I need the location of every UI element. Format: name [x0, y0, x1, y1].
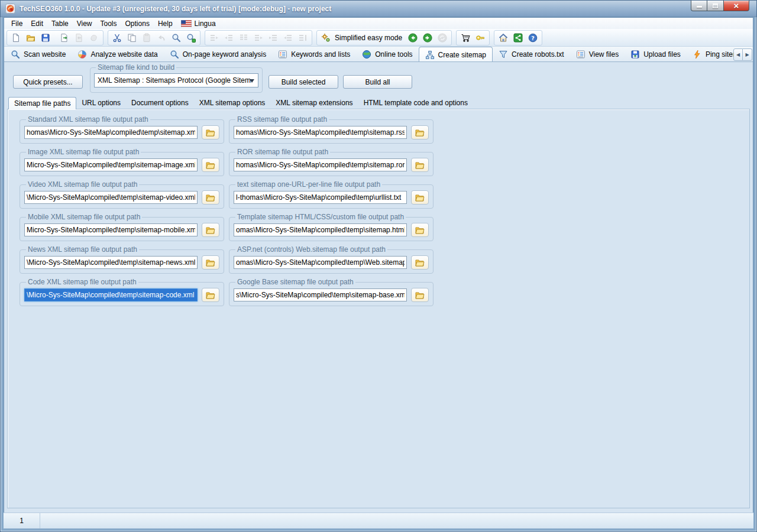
share-button[interactable]	[511, 31, 525, 44]
news-xml-path-input[interactable]	[24, 256, 198, 269]
open-project-button[interactable]	[24, 31, 38, 44]
window-controls: ×	[691, 1, 749, 11]
text-sitemap-path-input[interactable]	[234, 191, 407, 204]
register-button[interactable]	[473, 31, 487, 44]
export-button[interactable]	[57, 31, 72, 44]
rss-path-input[interactable]	[234, 126, 407, 139]
quick-presets-button[interactable]: Quick presets...	[13, 75, 83, 89]
back-button[interactable]	[406, 31, 420, 44]
sitemap-kind-select[interactable]: XML Sitemap : Sitemaps Protocol (Google …	[94, 73, 258, 87]
tab-online-tools[interactable]: Online tools	[356, 47, 418, 61]
help-button[interactable]: ?	[526, 31, 540, 44]
tab-on-page-keyword-analysis[interactable]: On-page keyword analysis	[164, 47, 272, 61]
find-options-button[interactable]	[184, 31, 198, 44]
clipboard-icon	[142, 33, 151, 43]
close-button[interactable]: ×	[723, 1, 749, 11]
restore-button[interactable]	[707, 1, 723, 11]
language-flag-icon	[181, 20, 192, 27]
browse-ror-button[interactable]	[411, 158, 429, 172]
sitemap-kind-label: Sitemap file kind to build	[96, 63, 176, 72]
delete-row-icon	[224, 33, 234, 43]
menu-item-lingua[interactable]: Lingua	[177, 18, 220, 29]
tab-scroll-right-button[interactable]: ▶	[743, 48, 752, 61]
browse-standard-xml-button[interactable]	[202, 125, 219, 140]
tab-generate[interactable]: Genera	[752, 47, 753, 61]
tab-upload-files[interactable]: Upload files	[625, 47, 687, 61]
browse-video-xml-button[interactable]	[202, 190, 219, 205]
toolbar-group-links: ?	[494, 30, 542, 46]
refresh-button	[435, 31, 449, 44]
google-base-path-input[interactable]	[234, 288, 407, 301]
tab-scroll-left-button[interactable]: ◀	[733, 48, 743, 61]
subtab-xml-sitemap-options[interactable]: XML sitemap options	[194, 97, 271, 109]
image-xml-path-input[interactable]	[24, 158, 198, 171]
find-button[interactable]	[169, 31, 183, 44]
row-end-icon	[298, 33, 308, 43]
video-xml-path-input[interactable]	[24, 191, 198, 204]
status-row-number: 1	[4, 513, 40, 528]
menu-item-table[interactable]: Table	[47, 18, 73, 29]
menu-item-edit[interactable]: Edit	[27, 18, 47, 29]
convert-icon	[89, 33, 99, 43]
save-project-button[interactable]	[38, 31, 53, 44]
new-project-button[interactable]	[9, 31, 23, 44]
browse-google-base-button[interactable]	[411, 288, 429, 302]
build-selected-button[interactable]: Build selected	[268, 75, 338, 89]
template-sitemap-path-input[interactable]	[234, 223, 407, 236]
toolbar-group-purchase	[456, 30, 490, 46]
browse-template-sitemap-button[interactable]	[411, 223, 429, 237]
aspnet-sitemap-path-input[interactable]	[234, 256, 407, 269]
easy-mode-label[interactable]: Simplified easy mode	[334, 34, 405, 42]
subtab-url-options[interactable]: URL options	[76, 97, 126, 109]
video-xml-path-field: Video XML sitemap file output path	[20, 180, 224, 209]
magnifier-icon	[11, 50, 20, 59]
minimize-button[interactable]	[691, 1, 707, 11]
standard-xml-path-input[interactable]	[24, 126, 198, 139]
tab-view-files[interactable]: View files	[570, 47, 625, 61]
sitemap-kind-value: XML Sitemap : Sitemaps Protocol (Google …	[98, 76, 251, 85]
subtab-xml-sitemap-extensions[interactable]: XML sitemap extensions	[270, 97, 358, 109]
toolbar-group-rows	[205, 30, 312, 46]
browse-rss-button[interactable]	[411, 125, 429, 140]
browse-text-sitemap-button[interactable]	[411, 190, 429, 205]
ror-path-input[interactable]	[234, 158, 407, 171]
subtab-document-options[interactable]: Document options	[126, 97, 194, 109]
menu-item-options[interactable]: Options	[121, 18, 154, 29]
tab-create-sitemap[interactable]: Create sitemap	[419, 47, 493, 62]
folder-icon	[415, 194, 425, 202]
buy-button[interactable]	[458, 31, 473, 44]
menu-item-file[interactable]: File	[7, 18, 27, 29]
move-row-icon	[254, 33, 263, 43]
browse-code-xml-button[interactable]	[202, 288, 219, 302]
easy-mode-button[interactable]	[319, 31, 333, 44]
mobile-xml-path-input[interactable]	[24, 223, 198, 236]
rss-path-field: RSS sitemap file output path	[229, 115, 434, 144]
browse-mobile-xml-button[interactable]	[202, 223, 219, 237]
tab-scan-website[interactable]: Scan website	[5, 47, 72, 61]
browse-image-xml-button[interactable]	[202, 158, 219, 172]
menu-item-tools[interactable]: Tools	[96, 18, 121, 29]
menu-item-view[interactable]: View	[73, 18, 96, 29]
duplicate-row-button	[237, 31, 251, 44]
menu-item-help[interactable]: Help	[154, 18, 177, 29]
folder-icon	[415, 226, 425, 234]
funnel-icon	[499, 50, 508, 59]
forward-button[interactable]	[420, 31, 435, 44]
tab-create-robots-txt[interactable]: Create robots.txt	[493, 47, 570, 61]
gears-icon	[321, 33, 331, 43]
menubar: File Edit Table View Tools Options Help …	[4, 18, 753, 29]
cut-button[interactable]	[110, 31, 124, 44]
folder-icon	[206, 161, 215, 169]
tab-keywords-and-lists[interactable]: Keywords and lists	[272, 47, 356, 61]
home-button[interactable]	[496, 31, 510, 44]
code-xml-path-input[interactable]	[24, 288, 198, 301]
copy-button[interactable]	[125, 31, 139, 44]
browse-news-xml-button[interactable]	[202, 255, 219, 270]
tab-analyze-website-data[interactable]: Analyze website data	[72, 47, 163, 61]
subtab-html-template-code[interactable]: HTML template code and options	[358, 97, 473, 109]
build-all-button[interactable]: Build all	[343, 75, 412, 89]
browse-aspnet-sitemap-button[interactable]	[411, 255, 429, 270]
aspnet-sitemap-path-field: ASP.net (controls) Web.sitemap file outp…	[229, 245, 434, 274]
subtab-sitemap-file-paths[interactable]: Sitemap file paths	[8, 97, 76, 109]
row-end-button	[296, 31, 310, 44]
